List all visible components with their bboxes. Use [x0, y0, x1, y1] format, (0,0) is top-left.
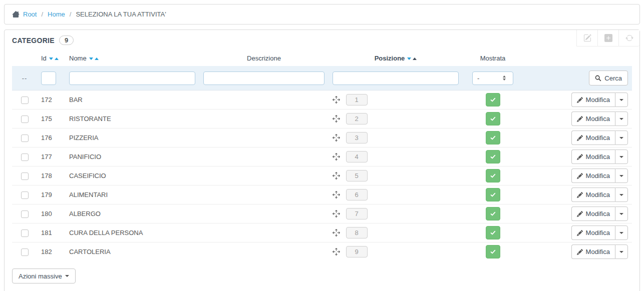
panel-heading: CATEGORIE 9 — [5, 30, 639, 50]
row-actions-dropdown[interactable] — [615, 188, 628, 202]
row-name: ALIMENTARI — [65, 186, 199, 204]
row-actions-dropdown[interactable] — [615, 130, 628, 145]
sort-arrows-icon[interactable] — [89, 58, 99, 60]
row-description — [199, 148, 329, 166]
row-actions: Modifica — [571, 244, 628, 259]
column-header-id[interactable]: Id — [37, 50, 65, 66]
table-row: 178 CASEIFICIO 5 Modifica — [12, 166, 632, 186]
column-header-mostrata: Mostrata — [463, 50, 523, 66]
row-id: 176 — [37, 128, 65, 148]
move-icon[interactable] — [333, 134, 340, 142]
filter-descrizione-input[interactable] — [203, 72, 325, 85]
enabled-toggle-button[interactable] — [486, 169, 500, 182]
enabled-toggle-button[interactable] — [486, 226, 500, 240]
pencil-icon — [577, 211, 583, 217]
refresh-icon — [625, 34, 633, 42]
row-description — [199, 242, 329, 262]
enabled-toggle-button[interactable] — [486, 150, 500, 164]
position-value: 3 — [346, 132, 368, 144]
edit-row-button[interactable]: Modifica — [571, 168, 615, 183]
edit-row-button[interactable]: Modifica — [571, 130, 615, 145]
check-icon — [490, 154, 496, 160]
move-icon[interactable] — [333, 191, 340, 198]
enabled-toggle-button[interactable] — [486, 112, 500, 126]
enabled-toggle-button[interactable] — [486, 93, 500, 106]
move-icon[interactable] — [333, 115, 340, 122]
row-checkbox[interactable] — [21, 116, 29, 123]
move-icon[interactable] — [333, 153, 340, 160]
filter-nome-input[interactable] — [69, 72, 195, 85]
edit-row-label: Modifica — [586, 191, 610, 198]
row-actions-dropdown[interactable] — [615, 112, 628, 126]
pencil-icon — [577, 116, 583, 122]
row-checkbox[interactable] — [21, 230, 29, 237]
move-icon[interactable] — [333, 96, 340, 104]
row-actions-dropdown[interactable] — [615, 226, 628, 240]
row-actions: Modifica — [571, 168, 628, 183]
edit-row-button[interactable]: Modifica — [571, 150, 615, 164]
table-row: 181 CURA DELLA PERSONA 8 Modifica — [12, 224, 632, 242]
move-icon[interactable] — [333, 229, 340, 236]
edit-row-button[interactable]: Modifica — [571, 112, 615, 126]
edit-row-button[interactable]: Modifica — [571, 92, 615, 107]
row-description — [199, 186, 329, 204]
bulk-actions-button[interactable]: Azioni massive — [12, 268, 76, 284]
row-actions-dropdown[interactable] — [615, 150, 628, 164]
row-description — [199, 110, 329, 128]
row-checkbox[interactable] — [21, 210, 29, 218]
edit-row-button[interactable]: Modifica — [571, 188, 615, 202]
column-header-posizione[interactable]: Posizione — [329, 50, 463, 66]
row-checkbox[interactable] — [21, 248, 29, 256]
edit-row-button[interactable]: Modifica — [571, 244, 615, 259]
move-icon[interactable] — [333, 172, 340, 180]
row-checkbox[interactable] — [21, 96, 29, 104]
filter-mostrata-select[interactable]: - — [472, 72, 513, 85]
pencil-icon — [577, 154, 583, 160]
enabled-toggle-button[interactable] — [486, 245, 500, 258]
position-value: 5 — [346, 170, 368, 182]
edit-row-button[interactable]: Modifica — [571, 226, 615, 240]
row-name: BAR — [65, 90, 199, 110]
check-icon — [490, 116, 496, 122]
column-header-actions — [523, 50, 632, 66]
filter-row: -- - — [12, 66, 632, 90]
breadcrumb-home-link[interactable]: Home — [48, 10, 65, 18]
enabled-toggle-button[interactable] — [486, 188, 500, 202]
sort-arrows-icon[interactable] — [407, 58, 417, 60]
column-header-nome[interactable]: Nome — [65, 50, 199, 66]
position-value: 4 — [346, 151, 368, 162]
row-actions: Modifica — [571, 112, 628, 126]
page-title: CATEGORIE — [12, 36, 55, 44]
filter-id-input[interactable] — [41, 72, 56, 85]
refresh-button[interactable] — [618, 30, 639, 46]
sort-arrows-icon[interactable] — [49, 58, 59, 60]
row-actions-dropdown[interactable] — [615, 168, 628, 183]
add-category-button[interactable] — [597, 30, 618, 46]
pencil-icon — [577, 230, 583, 236]
move-icon[interactable] — [333, 210, 340, 218]
row-actions: Modifica — [571, 130, 628, 145]
edit-row-button[interactable]: Modifica — [571, 206, 615, 221]
row-actions-dropdown[interactable] — [615, 244, 628, 259]
row-checkbox[interactable] — [21, 172, 29, 180]
count-badge: 9 — [59, 36, 74, 45]
row-actions-dropdown[interactable] — [615, 206, 628, 221]
row-actions-dropdown[interactable] — [615, 92, 628, 107]
row-name: PIZZERIA — [65, 128, 199, 148]
row-checkbox[interactable] — [21, 192, 29, 199]
row-actions: Modifica — [571, 226, 628, 240]
breadcrumb-root-link[interactable]: Root — [23, 10, 37, 18]
enabled-toggle-button[interactable] — [486, 131, 500, 144]
filter-posizione-input[interactable] — [333, 72, 459, 85]
row-checkbox[interactable] — [21, 154, 29, 161]
row-checkbox[interactable] — [21, 134, 29, 142]
enabled-toggle-button[interactable] — [486, 207, 500, 220]
edit-mode-button[interactable] — [576, 30, 597, 46]
search-button[interactable]: Cerca — [589, 70, 628, 86]
edit-row-label: Modifica — [586, 210, 610, 218]
bulk-actions-label: Azioni massive — [19, 272, 62, 280]
row-name: RISTORANTE — [65, 110, 199, 128]
move-icon[interactable] — [333, 248, 340, 256]
row-description — [199, 204, 329, 224]
check-icon — [490, 134, 496, 141]
